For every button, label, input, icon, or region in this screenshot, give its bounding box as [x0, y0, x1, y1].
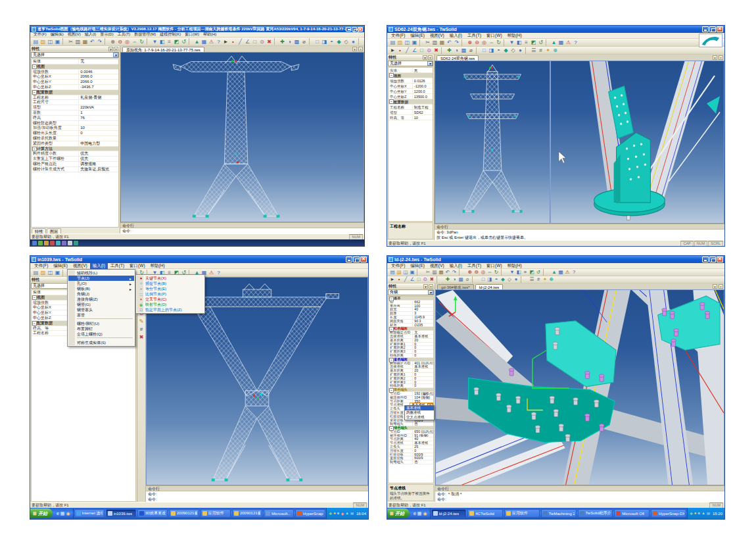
- title-bar[interactable]: in1039.tws - TwSolid: [30, 256, 368, 263]
- menu-item[interactable]: 文件(F): [32, 263, 51, 269]
- menu-item[interactable]: 输入(I): [90, 263, 108, 269]
- command-line[interactable]: 命令:: [146, 491, 368, 497]
- taskbar-button[interactable]: 4CTwSolid: [467, 509, 503, 518]
- save-all-icon[interactable]: ▣: [411, 39, 418, 46]
- tower-check-icon[interactable]: ▲: [550, 39, 557, 46]
- zoom-window-icon[interactable]: ◎: [124, 38, 131, 45]
- copy-icon[interactable]: ▥: [431, 39, 438, 46]
- taskbar-icon[interactable]: [56, 241, 60, 245]
- command-input[interactable]: 命令:: [435, 497, 724, 502]
- tool-icon[interactable]: [441, 47, 444, 54]
- zoom-out-icon[interactable]: ⊖: [116, 38, 124, 45]
- command-line[interactable]: 命令: 3dPan: [435, 230, 724, 235]
- property-row[interactable]: 加强/加劲板角度 10: [32, 126, 118, 131]
- measure-icon[interactable]: ⌀: [464, 276, 471, 283]
- material-list-icon[interactable]: ▦: [201, 38, 208, 45]
- property-row[interactable]: 螺栓出头长度 0: [32, 131, 118, 136]
- material-list-icon[interactable]: ▦: [557, 39, 565, 46]
- tool-icon[interactable]: [504, 39, 507, 46]
- menu-item[interactable]: 视图(V): [427, 263, 447, 269]
- refresh-icon[interactable]: ↺: [537, 39, 544, 46]
- dropdown-option[interactable]: 交叉点准线: [405, 415, 434, 420]
- document-tab-active[interactable]: ld-j2-24.tws: [475, 284, 504, 289]
- wireframe-icon[interactable]: ◇: [506, 276, 513, 283]
- property-row[interactable]: 螺栓计算生成方式 先验算证,后预览: [32, 167, 118, 172]
- tower-check-icon[interactable]: ▲: [193, 38, 201, 45]
- zoom-out-icon[interactable]: ⊖: [473, 269, 480, 276]
- zoom-out-icon[interactable]: ⊖: [473, 39, 481, 46]
- property-row[interactable]: 配置数据: [389, 99, 433, 105]
- taskbar-icon[interactable]: [68, 241, 72, 245]
- chevron-down-icon[interactable]: [428, 290, 433, 295]
- quick-launch-icon[interactable]: ◉: [423, 508, 427, 518]
- zoom-window-icon[interactable]: ◎: [480, 269, 486, 276]
- warning-icon[interactable]: ⚠: [208, 38, 215, 45]
- menu-option[interactable]: 全塔上螺栓(Q): [68, 332, 134, 337]
- open-file-icon[interactable]: ▨: [39, 38, 47, 45]
- layers-icon[interactable]: ☰: [529, 276, 535, 283]
- model-tree-icon[interactable]: ≡: [166, 38, 173, 45]
- tab-close-icon[interactable]: ×: [358, 47, 363, 51]
- origin-icon[interactable]: ⊕: [548, 276, 555, 283]
- zoom-in-icon[interactable]: ⊕: [467, 269, 473, 276]
- clock[interactable]: 15:20: [713, 512, 722, 516]
- save-all-icon[interactable]: ▣: [54, 38, 61, 45]
- erase-icon[interactable]: ✖: [138, 333, 145, 341]
- tool-icon[interactable]: [62, 38, 66, 45]
- taskbar-button[interactable]: 应用软件: [504, 509, 540, 518]
- taskbar-button[interactable]: 应用软件: [201, 509, 231, 518]
- tool-icon[interactable]: [501, 269, 508, 276]
- dropdown-option[interactable]: 内侧准线: [405, 410, 434, 415]
- dropdown-option[interactable]: 基本准线: [405, 406, 434, 410]
- wireframe-icon[interactable]: ◇: [343, 38, 350, 45]
- select-icon[interactable]: ►: [222, 38, 229, 45]
- property-row[interactable]: 呼高 76: [32, 116, 118, 121]
- tray-icon[interactable]: ◆: [341, 511, 344, 516]
- measure-icon[interactable]: #: [138, 326, 145, 333]
- tray-icon[interactable]: ▲: [701, 511, 705, 516]
- selection-dropdown[interactable]: 无选择: [388, 61, 433, 66]
- refresh-icon[interactable]: ↺: [180, 38, 187, 45]
- move-icon[interactable]: ✚: [279, 38, 286, 45]
- tray-icon[interactable]: ✚: [690, 511, 693, 516]
- warning-icon[interactable]: ⚠: [208, 269, 215, 276]
- start-button[interactable]: 开始: [30, 508, 53, 518]
- command-input[interactable]: 命令:: [146, 497, 368, 502]
- taskbar-button[interactable]: TwSolid程序介: [578, 509, 613, 518]
- property-row[interactable]: 螺栓防盗类型: [32, 121, 118, 126]
- help-icon[interactable]: ?: [215, 269, 222, 276]
- menu-option[interactable]: 塞管: [68, 312, 134, 318]
- rotate-view-icon[interactable]: ↻: [495, 39, 502, 46]
- edit-icon[interactable]: ✎: [138, 318, 145, 325]
- property-row[interactable]: 实体 无: [32, 59, 118, 64]
- delete-tool-icon[interactable]: ✖: [433, 47, 440, 54]
- quick-launch-icon[interactable]: ◉: [66, 508, 70, 518]
- view-front-icon[interactable]: □: [480, 276, 486, 283]
- property-row[interactable]: 视图: [32, 64, 118, 70]
- node-tool-icon[interactable]: •: [229, 38, 237, 45]
- filter-icon[interactable]: ▼: [151, 38, 158, 45]
- view-top-icon[interactable]: ◓: [495, 47, 502, 54]
- menu-item[interactable]: 编辑(E): [408, 263, 427, 269]
- menu-item[interactable]: 文件(F): [389, 263, 408, 269]
- tool-icon[interactable]: [472, 276, 479, 283]
- angle-steel-icon[interactable]: ∠: [409, 276, 415, 283]
- material-list-icon[interactable]: ▦: [557, 269, 564, 276]
- menu-item[interactable]: 文件(F): [389, 33, 408, 39]
- maximize-button[interactable]: [353, 257, 360, 262]
- display-style-icon[interactable]: ◧: [515, 269, 522, 276]
- menu-item[interactable]: 窗口(W): [484, 33, 504, 39]
- view-top-icon[interactable]: ◓: [493, 276, 500, 283]
- menu-item[interactable]: 视图(V): [70, 263, 90, 269]
- menu-item[interactable]: 工具(T): [465, 33, 484, 39]
- mirror-icon[interactable]: ◑: [451, 276, 458, 283]
- tower-check-icon[interactable]: ▲: [551, 269, 557, 276]
- snap-icon[interactable]: ✦: [542, 276, 548, 283]
- cut-icon[interactable]: ✂: [424, 39, 431, 46]
- cut-icon[interactable]: ✂: [425, 269, 431, 276]
- tray-icon[interactable]: ■: [697, 511, 700, 516]
- property-row[interactable]: 呼高、等 10: [389, 115, 433, 120]
- close-button[interactable]: [717, 257, 723, 262]
- taskbar-icon[interactable]: [38, 241, 43, 245]
- refresh-icon[interactable]: ↺: [535, 269, 542, 276]
